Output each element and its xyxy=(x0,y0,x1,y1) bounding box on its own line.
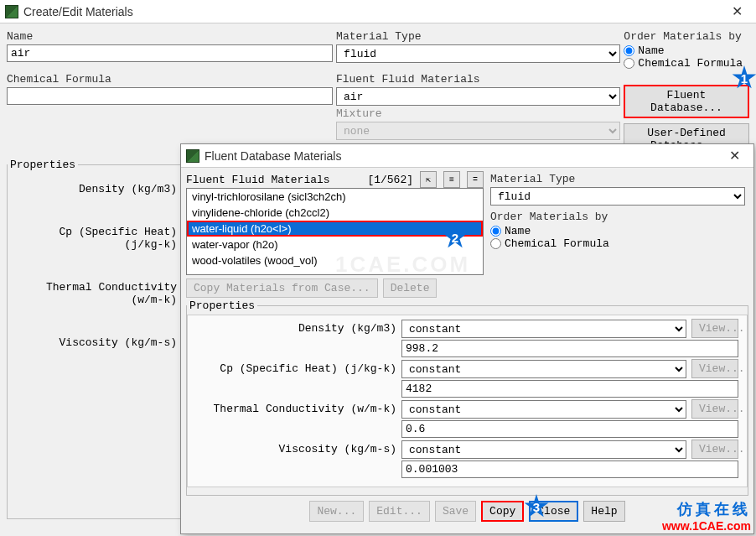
list-item[interactable]: vinylidene-chloride (ch2ccl2) xyxy=(187,205,483,221)
view-button: View... xyxy=(691,440,738,459)
edit-button: Edit... xyxy=(369,501,430,522)
list-select-all-icon[interactable]: ≡ xyxy=(443,171,460,188)
list-item[interactable]: water-vapor (h2o) xyxy=(187,237,483,252)
prop-label-density: Density (kg/m3) xyxy=(191,322,396,335)
properties-scroll[interactable]: Density (kg/m3) constant View... Cp (Spe… xyxy=(187,315,748,487)
order-formula-radio[interactable]: Chemical Formula xyxy=(624,57,749,70)
dlg-properties-group: Properties Density (kg/m3) constant View… xyxy=(186,299,748,496)
prop-value-tc[interactable] xyxy=(401,420,738,438)
order-label: Order Materials by xyxy=(624,29,749,44)
dialog-title: Fluent Database Materials xyxy=(205,149,721,163)
copy-from-case-button: Copy Materials from Case... xyxy=(186,278,378,298)
dlg-order-formula-input[interactable] xyxy=(490,238,501,249)
fluent-database-dialog: Fluent Database Materials ✕ Fluent Fluid… xyxy=(180,143,754,534)
formula-label: Chemical Formula xyxy=(7,71,333,87)
prop-visc-label: Viscosity (kg/m-s) xyxy=(14,331,180,354)
prop-type-tc[interactable]: constant xyxy=(401,400,686,419)
dlg-order-formula-radio[interactable]: Chemical Formula xyxy=(490,237,745,250)
view-button: View... xyxy=(691,319,738,338)
prop-label-visc: Viscosity (kg/m-s) xyxy=(191,443,396,455)
material-type-label: Material Type xyxy=(336,29,620,44)
view-button: View... xyxy=(691,399,738,419)
new-button: New... xyxy=(309,501,364,522)
formula-input[interactable] xyxy=(7,87,333,105)
dlg-order-name-radio[interactable]: Name xyxy=(490,225,745,237)
close-icon[interactable]: ✕ xyxy=(723,3,751,19)
list-expand-icon[interactable]: ⇱ xyxy=(420,171,437,188)
name-label: Name xyxy=(7,29,333,44)
order-formula-radio-input[interactable] xyxy=(624,58,634,69)
material-type-select[interactable]: fluid xyxy=(336,44,620,63)
list-item[interactable]: vinyl-trichlorosilane (sicl3ch2ch) xyxy=(187,189,483,205)
properties-legend: Properties xyxy=(8,159,78,171)
prop-cp-label: Cp (Specific Heat) (j/kg-k) xyxy=(14,221,180,256)
app-icon xyxy=(186,149,199,163)
save-button: Save xyxy=(435,501,476,522)
view-button: View... xyxy=(691,359,738,378)
order-name-radio[interactable]: Name xyxy=(624,44,749,57)
close-icon[interactable]: ✕ xyxy=(721,148,748,164)
prop-type-cp[interactable]: constant xyxy=(401,360,686,378)
copy-button[interactable]: Copy xyxy=(481,501,524,522)
mixture-select: none xyxy=(336,122,620,140)
dlg-order-name-input[interactable] xyxy=(490,226,501,237)
app-icon xyxy=(5,5,18,18)
prop-value-cp[interactable] xyxy=(401,380,738,398)
fluent-fluid-label: Fluent Fluid Materials xyxy=(336,71,620,87)
watermark-url: www.1CAE.com xyxy=(662,519,751,533)
order-name-radio-input[interactable] xyxy=(624,45,634,56)
list-item[interactable]: water-liquid (h2o<l>) xyxy=(187,221,483,237)
prop-type-visc[interactable]: constant xyxy=(401,440,686,459)
prop-value-visc[interactable] xyxy=(401,461,738,478)
watermark-text: 仿真在线 xyxy=(662,499,751,519)
dlg-list-label: Fluent Fluid Materials xyxy=(186,174,330,186)
dlg-mat-type-select[interactable]: fluid xyxy=(490,187,745,206)
window-title: Create/Edit Materials xyxy=(23,5,723,18)
name-input[interactable] xyxy=(7,44,333,62)
prop-label-tc: Thermal Conductivity (w/m-k) xyxy=(191,403,396,415)
prop-value-density[interactable] xyxy=(401,340,738,357)
fluent-fluid-select[interactable]: air xyxy=(336,87,620,106)
list-item[interactable]: wood-volatiles (wood_vol) xyxy=(187,252,483,268)
prop-tc-label: Thermal Conductivity (w/m-k) xyxy=(14,276,180,311)
dlg-mat-type-label: Material Type xyxy=(490,171,745,187)
prop-density-label: Density (kg/m3) xyxy=(14,178,180,200)
main-titlebar: Create/Edit Materials ✕ xyxy=(0,0,756,23)
help-button[interactable]: Help xyxy=(583,501,624,522)
watermark: 仿真在线 www.1CAE.com xyxy=(662,499,751,533)
dlg-properties-legend: Properties xyxy=(187,299,257,312)
prop-type-density[interactable]: constant xyxy=(401,320,686,338)
fluent-database-button[interactable]: Fluent Database... xyxy=(624,85,749,118)
mixture-label: Mixture xyxy=(336,106,620,122)
dlg-order-label: Order Materials by xyxy=(490,209,745,225)
materials-listbox[interactable]: vinyl-trichlorosilane (sicl3ch2ch) vinyl… xyxy=(186,188,484,275)
dlg-list-count: [1/562] xyxy=(367,174,413,186)
dialog-titlebar: Fluent Database Materials ✕ xyxy=(181,144,753,168)
list-deselect-icon[interactable]: = xyxy=(467,171,484,188)
prop-label-cp: Cp (Specific Heat) (j/kg-k) xyxy=(191,362,396,375)
delete-button: Delete xyxy=(383,278,438,298)
